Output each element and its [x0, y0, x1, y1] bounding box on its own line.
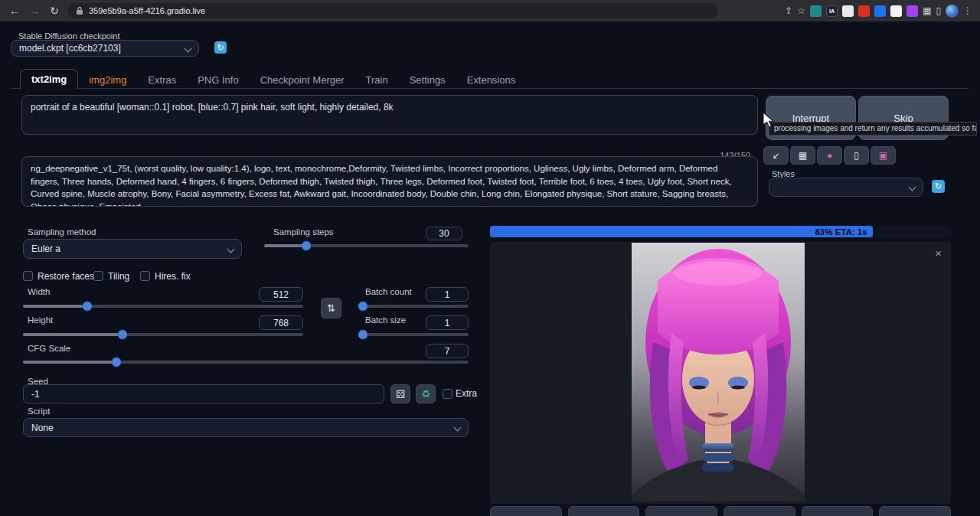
browser-icons: ⇪ ☆ IA ▦ ▯ ⋮	[785, 5, 972, 18]
slider-fill	[23, 305, 87, 308]
gallery-toolbar-button[interactable]	[802, 506, 874, 516]
profile-avatar[interactable]	[946, 5, 959, 18]
extension-icon-red[interactable]	[858, 5, 870, 17]
sampling-method-dropdown[interactable]: Euler a	[23, 239, 242, 259]
extension-icon-purple[interactable]	[906, 5, 918, 17]
batch-count-label: Batch count	[365, 287, 412, 296]
extension-icon-blue[interactable]	[874, 5, 886, 17]
batch-count-value[interactable]: 1	[426, 287, 469, 302]
width-slider[interactable]	[23, 305, 303, 308]
gallery-toolbar-button[interactable]	[879, 506, 951, 516]
batch-size-slider[interactable]	[358, 333, 469, 336]
extension-icon-teal[interactable]	[810, 5, 822, 17]
batch-size-label: Batch size	[365, 315, 406, 325]
height-label: Height	[28, 315, 53, 325]
tab-extras[interactable]: Extras	[137, 70, 187, 90]
gallery-toolbar-button[interactable]	[645, 506, 717, 516]
back-icon[interactable]: ←	[8, 0, 21, 21]
batch-count-slider[interactable]	[358, 305, 469, 308]
restore-faces-checkbox[interactable]	[23, 271, 33, 281]
chevron-down-icon	[227, 245, 235, 253]
paste-params-button[interactable]: ↙	[763, 146, 789, 165]
side-panel-icon[interactable]: ▯	[936, 5, 941, 16]
url-text: 359e5b9a-a5ff-4216.gradio.live	[89, 6, 205, 15]
batch-size-value[interactable]: 1	[426, 315, 469, 330]
tiling-checkbox[interactable]	[93, 271, 103, 281]
height-value[interactable]: 768	[259, 315, 303, 330]
close-preview-icon[interactable]: ×	[935, 247, 942, 259]
interrupt-tooltip: processing images and return any results…	[769, 122, 977, 136]
reload-icon[interactable]: ↻	[47, 0, 61, 21]
save-style-button[interactable]: ▣	[871, 146, 896, 165]
gallery-toolbar-button[interactable]	[490, 506, 562, 516]
style-card-button[interactable]: ●	[817, 146, 842, 165]
grid-icon: ▦	[799, 150, 807, 161]
apply-style-button[interactable]: ▯	[844, 146, 869, 165]
hires-fix-label: Hires. fix	[155, 271, 191, 282]
generated-image[interactable]	[632, 243, 805, 501]
sampling-steps-slider[interactable]	[264, 244, 469, 247]
random-seed-button[interactable]: ⚄	[390, 384, 410, 403]
extension-icon-white[interactable]	[842, 5, 854, 17]
forward-icon[interactable]: →	[28, 0, 41, 21]
share-icon[interactable]: ⇪	[785, 5, 792, 16]
slider-handle[interactable]	[83, 302, 93, 312]
slider-handle[interactable]	[112, 358, 122, 367]
styles-dropdown[interactable]	[769, 178, 923, 197]
image-preview-area: ×	[490, 242, 951, 504]
reuse-seed-button[interactable]: ♻	[416, 384, 436, 403]
tab-img2img[interactable]: img2img	[78, 70, 137, 90]
tab-train[interactable]: Train	[355, 70, 399, 90]
clipboard-icon: ▯	[854, 150, 859, 161]
cfg-scale-label: CFG Scale	[28, 344, 70, 353]
slider-handle[interactable]	[118, 330, 128, 340]
gallery-toolbar-button[interactable]	[568, 506, 640, 516]
gallery-toolbar-button[interactable]	[724, 506, 795, 516]
mouse-cursor	[761, 112, 776, 129]
cfg-scale-slider[interactable]	[23, 361, 469, 364]
tab-extensions[interactable]: Extensions	[456, 70, 527, 90]
styles-refresh-button[interactable]: ↻	[932, 180, 945, 193]
progress-bar: 83% ETA: 1s	[490, 226, 951, 237]
menu-icon[interactable]: ⋮	[963, 5, 972, 16]
extra-networks-button[interactable]: ▦	[790, 146, 815, 165]
slider-handle[interactable]	[358, 330, 368, 340]
swap-dimensions-button[interactable]: ⇅	[321, 298, 341, 318]
chevron-down-icon	[185, 44, 192, 52]
gallery-toolbar	[490, 506, 951, 516]
seed-extra-checkbox[interactable]	[443, 389, 452, 399]
negative-prompt-input[interactable]: ng_deepnegative_v1_75t, (worst quality, …	[21, 156, 758, 207]
extension-icon-ia[interactable]: IA	[826, 5, 838, 17]
script-label: Script	[28, 407, 50, 416]
bookmark-star-icon[interactable]: ☆	[797, 5, 805, 16]
tab-txt2img[interactable]: txt2img	[20, 69, 78, 90]
address-bar[interactable]: 359e5b9a-a5ff-4216.gradio.live	[67, 3, 718, 18]
sampling-method-label: Sampling method	[28, 227, 96, 237]
checkpoint-dropdown[interactable]: model.ckpt [cc6cb27103]	[11, 40, 199, 57]
browser-toolbar: ← → ↻ 359e5b9a-a5ff-4216.gradio.live ⇪ ☆…	[0, 0, 980, 21]
chevron-down-icon	[454, 424, 462, 432]
extension-icon-light[interactable]	[890, 5, 902, 17]
width-value[interactable]: 512	[259, 287, 303, 302]
sampling-steps-value[interactable]: 30	[426, 227, 462, 240]
restore-faces-label: Restore faces	[38, 271, 94, 282]
tab-settings[interactable]: Settings	[399, 70, 456, 90]
slider-fill	[23, 361, 116, 364]
lock-icon	[76, 6, 83, 15]
checkpoint-refresh-button[interactable]: ↻	[214, 41, 227, 54]
hires-fix-checkbox[interactable]	[140, 271, 150, 281]
tiling-label: Tiling	[108, 271, 129, 282]
slider-handle[interactable]	[302, 241, 312, 251]
puzzle-extensions-icon[interactable]: ▦	[923, 5, 931, 16]
seed-input[interactable]: -1	[23, 384, 384, 403]
prompt-input[interactable]: portrait of a beautiful [woman::0.1] rob…	[21, 95, 758, 135]
slider-handle[interactable]	[358, 302, 368, 312]
chevron-down-icon	[909, 184, 916, 191]
height-slider[interactable]	[23, 333, 303, 336]
script-dropdown[interactable]: None	[23, 418, 469, 437]
cfg-scale-value[interactable]: 7	[426, 344, 469, 358]
tab-png-info[interactable]: PNG Info	[187, 70, 249, 90]
progress-fill: 83% ETA: 1s	[490, 226, 873, 237]
tab-checkpoint-merger[interactable]: Checkpoint Merger	[250, 70, 355, 90]
checkpoint-value: model.ckpt [cc6cb27103]	[19, 43, 121, 54]
